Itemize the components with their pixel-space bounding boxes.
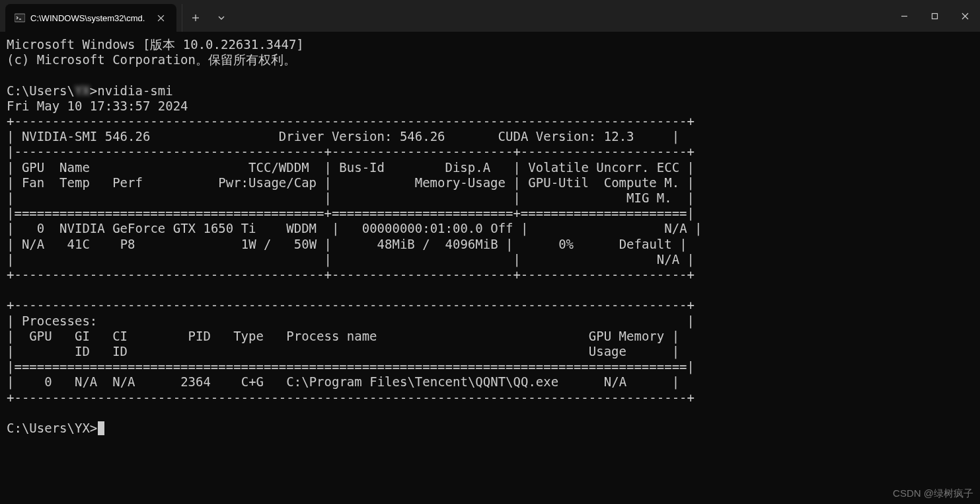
processes-title: Processes: — [22, 314, 97, 328]
prompt-path: C:\Users\ — [7, 83, 75, 98]
window-titlebar: C:\WINDOWS\system32\cmd. — [0, 0, 980, 32]
new-tab-button[interactable] — [182, 4, 208, 32]
gpu-power: 1W / 50W — [241, 237, 317, 251]
gpu-temp: 41C — [67, 237, 90, 251]
nvidia-smi-timestamp: Fri May 10 17:33:57 2024 — [7, 99, 188, 113]
command: nvidia-smi — [97, 83, 172, 98]
svg-rect-7 — [932, 13, 937, 19]
terminal-tab[interactable]: C:\WINDOWS\system32\cmd. — [5, 4, 176, 32]
process-name: C:\Program Files\Tencent\QQNT\QQ.exe — [286, 374, 558, 389]
gpu-busid: 00000000:01:00.0 — [362, 221, 483, 235]
minimize-button[interactable] — [889, 0, 919, 32]
watermark-text: CSDN @绿树疯子 — [893, 487, 973, 500]
gpu-index: 0 — [37, 221, 44, 235]
gpu-util: 0% — [558, 237, 574, 251]
tab-dropdown-button[interactable] — [208, 4, 235, 32]
gpu-name: NVIDIA GeForce GTX 1650 Ti — [59, 221, 256, 235]
maximize-button[interactable] — [919, 0, 950, 32]
close-window-button[interactable] — [950, 0, 980, 32]
svg-rect-0 — [15, 14, 25, 22]
prompt: C:\Users\YX> — [7, 421, 97, 435]
os-version-line: Microsoft Windows [版本 10.0.22631.3447] — [7, 37, 304, 52]
smi-version: NVIDIA-SMI 546.26 — [22, 129, 150, 144]
cuda-version: 12.3 — [604, 129, 634, 144]
driver-version: 546.26 — [400, 129, 445, 144]
cursor — [98, 421, 104, 435]
copyright-line: (c) Microsoft Corporation。保留所有权利。 — [7, 52, 296, 67]
prompt-user-blurred: YX — [75, 83, 90, 99]
titlebar-drag-area[interactable] — [235, 0, 889, 32]
cmd-icon — [15, 13, 25, 23]
terminal-output[interactable]: Microsoft Windows [版本 10.0.22631.3447] (… — [0, 32, 980, 441]
close-tab-icon[interactable] — [154, 11, 167, 24]
prompt-sep: > — [90, 83, 97, 98]
tab-title: C:\WINDOWS\system32\cmd. — [30, 13, 145, 23]
gpu-memory: 48MiB / 4096MiB — [377, 237, 498, 251]
